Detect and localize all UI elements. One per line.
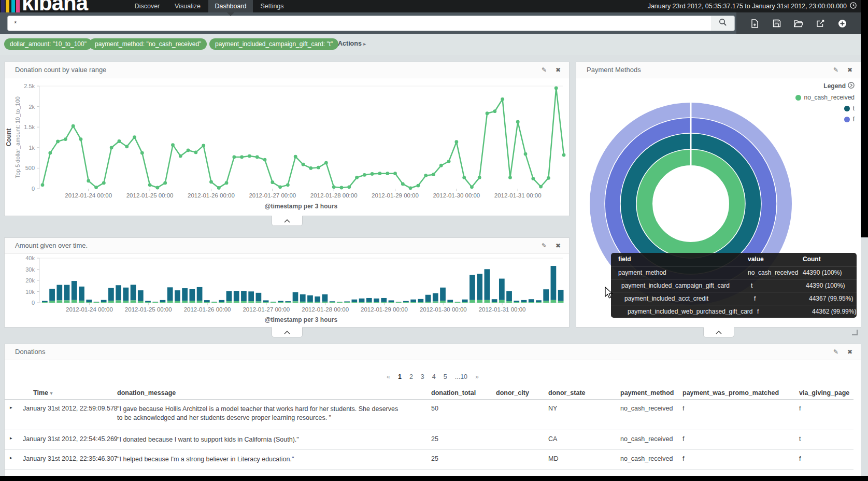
open-dashboard-icon[interactable] — [794, 19, 803, 28]
expand-row-icon[interactable]: ▸ — [10, 435, 12, 441]
column-donation-total[interactable]: donation_total — [431, 389, 476, 397]
tab-visualize[interactable]: Visualize — [171, 0, 204, 12]
new-dashboard-icon[interactable] — [750, 19, 759, 28]
column-payment-was-promo-matched[interactable]: payment_was_promo_matched — [682, 389, 779, 397]
page-1[interactable]: 1 — [398, 373, 402, 380]
tab-settings[interactable]: Settings — [257, 0, 287, 12]
table-row[interactable]: ▸ January 31st 2012, 22:35:46.307 "I hel… — [5, 450, 853, 470]
edit-panel-icon[interactable]: ✎ — [542, 242, 547, 249]
active-tab-notch — [227, 12, 234, 16]
cell-state: NY — [548, 405, 557, 412]
screen-edge-bottom — [0, 476, 868, 481]
tooltip-row: payment_included_web_purchased_gift_card… — [611, 305, 857, 318]
screen-edge-right — [861, 0, 868, 237]
svg-text:2012-01-27 00:00: 2012-01-27 00:00 — [249, 192, 296, 199]
table-row[interactable]: ▸ January 31st 2012, 22:59:09.578 "I gav… — [5, 400, 853, 430]
filter-pill-payment-method[interactable]: payment_method: "no_cash_received" — [89, 38, 207, 50]
panel-amount-given: Amount given over time. ✎ ✖ 010k20k30k40… — [4, 237, 570, 328]
close-panel-icon[interactable]: ✖ — [847, 66, 852, 74]
svg-text:2012-01-30 00:00: 2012-01-30 00:00 — [420, 306, 467, 313]
legend-item-no-cash-received[interactable]: no_cash_received — [795, 94, 855, 101]
column-via-giving-page[interactable]: via_giving_page — [799, 389, 849, 397]
kibana-logo[interactable]: kibana — [22, 0, 88, 14]
svg-text:2012-01-29 00:00: 2012-01-29 00:00 — [361, 306, 408, 313]
legend-item-t[interactable]: t — [795, 105, 855, 112]
column-donor-state[interactable]: donor_state — [548, 389, 586, 397]
page-next[interactable]: » — [475, 373, 479, 380]
filter-pill-campaign-gift-card[interactable]: payment_included_campaign_gift_card: "t" — [209, 38, 338, 50]
panel-header[interactable]: Donations ✎ ✖ — [5, 344, 861, 360]
svg-text:2012-01-30 00:00: 2012-01-30 00:00 — [433, 192, 480, 199]
panel-title: Payment Methods — [587, 62, 641, 78]
expand-row-icon[interactable]: ▸ — [10, 455, 12, 460]
table-row[interactable]: ▸ January 31st 2012, 22:54:45.269 "I don… — [5, 430, 853, 450]
svg-text:2k: 2k — [29, 104, 35, 110]
page-10[interactable]: ...10 — [455, 373, 467, 380]
legend-toggle-icon — [848, 82, 855, 90]
panel-title: Amount given over time. — [15, 238, 88, 253]
svg-text:2012-01-31 00:00: 2012-01-31 00:00 — [494, 192, 542, 199]
svg-text:2012-01-25 00:00: 2012-01-25 00:00 — [126, 192, 174, 199]
expand-row-icon[interactable]: ▸ — [10, 405, 12, 410]
svg-text:2012-01-26 00:00: 2012-01-26 00:00 — [184, 306, 231, 313]
page-prev[interactable]: « — [387, 373, 390, 380]
tab-dashboard[interactable]: Dashboard — [208, 0, 253, 12]
legend-header[interactable]: Legend — [795, 82, 855, 90]
search-input[interactable] — [7, 16, 717, 31]
panel-resize-handle[interactable] — [852, 330, 858, 335]
share-dashboard-icon[interactable] — [816, 19, 825, 28]
page-5[interactable]: 5 — [444, 373, 447, 380]
cell-method: no_cash_received — [620, 435, 673, 443]
cell-via: t — [799, 435, 801, 443]
time-range-picker[interactable]: January 23rd 2012, 05:35:37.175 to Janua… — [648, 2, 857, 10]
svg-text:40k: 40k — [25, 255, 35, 261]
save-dashboard-icon[interactable] — [772, 19, 781, 28]
close-panel-icon[interactable]: ✖ — [847, 348, 852, 356]
svg-text:0: 0 — [32, 186, 35, 192]
filter-pill-dollar-amount[interactable]: dollar_amount: "10_to_100" — [4, 38, 92, 50]
add-visualization-icon[interactable] — [838, 19, 847, 28]
panel-header[interactable]: Donation count by value range ✎ ✖ — [5, 62, 569, 78]
column-time[interactable]: Time ▾ — [33, 389, 52, 397]
svg-text:500: 500 — [25, 165, 35, 171]
donut-tooltip: field value Count payment_methodno_cash_… — [611, 253, 857, 318]
svg-text:2012-01-24 00:00: 2012-01-24 00:00 — [66, 306, 113, 313]
legend-item-f[interactable]: f — [795, 116, 855, 123]
svg-text:30k: 30k — [25, 266, 35, 273]
legend-dot — [844, 117, 850, 122]
column-donor-city[interactable]: donor_city — [496, 389, 529, 397]
cell-total: 25 — [431, 435, 438, 443]
panel-donations: Donations ✎ ✖ « 1 2 3 4 5 ...10 » Time ▾… — [4, 344, 861, 477]
column-donation-message[interactable]: donation_message — [117, 389, 176, 397]
cell-message: "I helped because I'm a strong believer … — [117, 455, 401, 464]
svg-text:Top 5 dollar_amount: 10_to_100: Top 5 dollar_amount: 10_to_100 — [15, 96, 21, 178]
legend-dot — [844, 106, 850, 111]
cell-time: January 31st 2012, 22:59:09.578 — [23, 405, 118, 412]
collapse-panel-button[interactable] — [272, 216, 303, 226]
cell-method: no_cash_received — [620, 405, 673, 412]
page-4[interactable]: 4 — [432, 373, 436, 380]
clock-icon — [850, 2, 857, 10]
svg-text:1k: 1k — [29, 145, 35, 151]
filter-actions-link[interactable]: Actions ▸ — [338, 40, 366, 47]
column-payment-method[interactable]: payment_method — [620, 389, 674, 397]
edit-panel-icon[interactable]: ✎ — [542, 66, 547, 74]
search-button[interactable] — [711, 16, 735, 31]
page-2[interactable]: 2 — [409, 373, 413, 380]
collapse-panel-button[interactable] — [703, 327, 734, 337]
panel-header[interactable]: Amount given over time. ✎ ✖ — [5, 238, 569, 254]
filter-bar: dollar_amount: "10_to_100" payment_metho… — [0, 34, 868, 55]
edit-panel-icon[interactable]: ✎ — [833, 348, 838, 356]
cell-promo: f — [682, 455, 684, 462]
page-3[interactable]: 3 — [421, 373, 424, 380]
close-panel-icon[interactable]: ✖ — [556, 66, 561, 74]
cell-state: MD — [548, 455, 558, 462]
cell-message: "I donated because I want to support kid… — [117, 435, 401, 444]
panel-header[interactable]: Payment Methods ✎ ✖ — [576, 62, 861, 78]
chart-legend: Legend no_cash_received t f — [795, 82, 855, 123]
edit-panel-icon[interactable]: ✎ — [833, 66, 838, 74]
table-body: ▸ January 31st 2012, 22:59:09.578 "I gav… — [5, 400, 853, 481]
tab-discover[interactable]: Discover — [131, 0, 164, 12]
collapse-panel-button[interactable] — [272, 327, 303, 337]
close-panel-icon[interactable]: ✖ — [556, 242, 561, 249]
